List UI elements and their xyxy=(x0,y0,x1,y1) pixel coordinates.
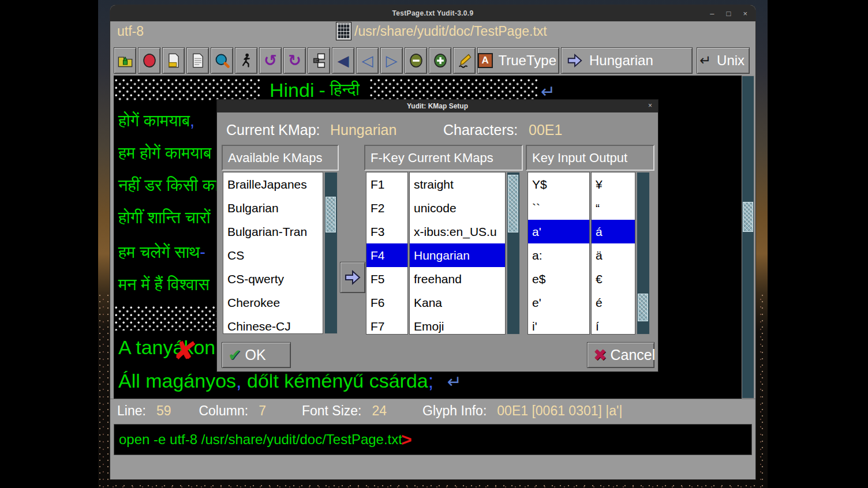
minimize-button[interactable]: – xyxy=(710,10,714,17)
key-output-cell[interactable]: € xyxy=(592,267,635,291)
encoding-label: utf-8 xyxy=(117,24,144,39)
fkey-scrollbar[interactable] xyxy=(507,172,520,335)
run-button[interactable] xyxy=(235,47,257,74)
text-line: होगीं शान्ति चारों xyxy=(118,207,211,229)
return-icon: ↵ xyxy=(699,52,711,69)
kmap-toggle-button[interactable] xyxy=(138,47,160,74)
key-io-scrollbar-thumb[interactable] xyxy=(638,294,648,321)
kmap-arrow-icon xyxy=(566,52,583,69)
fkey-kmap-cell[interactable]: freehand xyxy=(410,267,505,291)
redo-button[interactable]: ↻ xyxy=(283,47,306,74)
text-line: मन में हैं विश्वास xyxy=(118,274,209,296)
minus-oval-icon xyxy=(408,52,424,69)
available-kmaps-list[interactable]: BrailleJapanesBulgarianBulgarian-TranCSC… xyxy=(223,172,323,334)
key-io-scrollbar[interactable] xyxy=(637,172,650,335)
key-output-column[interactable]: ¥“áä€éí xyxy=(591,172,635,335)
font-button-label: TrueType xyxy=(496,52,559,69)
fkey-cell[interactable]: F7 xyxy=(366,314,407,335)
fkey-kmap-cell[interactable]: Kana xyxy=(410,291,505,314)
key-input-cell[interactable]: `` xyxy=(528,196,589,220)
document-button[interactable] xyxy=(186,47,209,74)
key-output-cell[interactable]: á xyxy=(592,220,635,243)
chevron-right-icon: ▷ xyxy=(386,52,398,70)
open-button[interactable] xyxy=(114,47,136,74)
available-kmaps-scrollbar-thumb[interactable] xyxy=(326,197,336,232)
key-input-cell[interactable]: e$ xyxy=(528,267,589,291)
fkey-scrollbar-thumb[interactable] xyxy=(508,175,518,232)
key-input-cell[interactable]: Y$ xyxy=(528,172,589,196)
key-input-cell[interactable]: i' xyxy=(528,314,589,335)
line-value: 59 xyxy=(156,403,171,419)
undo-icon: ↺ xyxy=(264,51,277,70)
close-button[interactable]: × xyxy=(743,10,747,17)
fkey-cell[interactable]: F4 xyxy=(366,243,407,267)
key-output-cell[interactable]: í xyxy=(592,314,635,335)
go-start-button[interactable]: ◀ xyxy=(332,47,354,74)
assign-kmap-button[interactable] xyxy=(340,262,365,293)
fkey-cell[interactable]: F5 xyxy=(366,267,407,291)
key-input-column[interactable]: Y$``a'a:e$e'i' xyxy=(527,172,590,335)
save-button[interactable] xyxy=(162,47,185,74)
lineend-button[interactable]: ↵ Unix xyxy=(697,47,750,74)
editor-scrollbar[interactable] xyxy=(742,76,754,399)
key-input-cell[interactable]: e' xyxy=(528,291,589,314)
next-button[interactable]: ▷ xyxy=(380,47,403,74)
current-kmap-value: Hungarian xyxy=(330,122,396,138)
zoom-in-button[interactable] xyxy=(429,47,451,74)
editor-scrollbar-thumb[interactable] xyxy=(743,202,753,232)
command-line[interactable]: open -e utf-8 /usr/share/yudit/doc/TestP… xyxy=(114,424,752,455)
key-output-cell[interactable]: ¥ xyxy=(592,172,635,196)
chevron-left-icon: ◁ xyxy=(362,52,373,70)
kmap-option[interactable]: CS xyxy=(223,243,323,267)
kmap-button[interactable]: Hungarian xyxy=(561,47,693,74)
text-line: A tanyákon xyxy=(118,336,215,359)
search-button[interactable] xyxy=(211,47,233,74)
kmap-option[interactable]: Bulgarian-Tran xyxy=(223,220,323,243)
key-output-cell[interactable]: “ xyxy=(592,196,635,220)
key-output-cell[interactable]: ä xyxy=(592,243,635,267)
status-bar: Line: 59 Column: 7 Font Size: 24 Glyph I… xyxy=(110,399,755,423)
dialog-close-button[interactable]: × xyxy=(648,102,652,110)
fkey-kmap-cell[interactable]: x-ibus:en_US.u xyxy=(410,220,505,243)
key-io-panel: Key Input Output Y$``a'a:e$e'i' ¥“áä€éí xyxy=(526,145,654,335)
key-io-header: Key Input Output xyxy=(526,145,654,171)
fkey-cell[interactable]: F2 xyxy=(366,196,407,220)
key-input-cell[interactable]: a: xyxy=(528,243,589,267)
freehand-button[interactable] xyxy=(453,47,476,74)
kmap-setup-dialog: Yudit: KMap Setup × Current KMap: Hungar… xyxy=(216,99,659,372)
font-button[interactable]: A TrueType xyxy=(477,47,559,74)
fkey-cell[interactable]: F3 xyxy=(366,220,407,243)
fkey-kmap-column[interactable]: straightunicodex-ibus:en_US.uHungarianfr… xyxy=(409,172,506,335)
key-output-cell[interactable]: é xyxy=(592,291,635,314)
layout-button[interactable] xyxy=(308,47,330,74)
fkey-kmap-cell[interactable]: unicode xyxy=(410,196,505,220)
fkey-cell[interactable]: F1 xyxy=(366,172,407,196)
fkey-key-column[interactable]: F1F2F3F4F5F6F7 xyxy=(366,172,408,335)
pencil-icon xyxy=(457,52,473,69)
key-input-cell[interactable]: a' xyxy=(528,220,589,243)
fkey-kmap-cell[interactable]: Emoji xyxy=(410,314,505,335)
fkey-kmap-cell[interactable]: straight xyxy=(410,172,505,196)
undo-button[interactable]: ↺ xyxy=(259,47,282,74)
fkey-kmap-cell[interactable]: Hungarian xyxy=(410,243,505,267)
ok-button[interactable]: ✔ OK xyxy=(222,342,291,368)
cancel-button[interactable]: ✖ Cancel xyxy=(587,342,654,368)
dialog-titlebar[interactable]: Yudit: KMap Setup × xyxy=(217,100,658,112)
window-titlebar[interactable]: TestPage.txt Yudit-3.0.9 – □ × xyxy=(110,5,755,21)
glyphinfo-value: 00E1 [0061 0301] |a'| xyxy=(497,403,622,419)
section-title-latin: Hindi xyxy=(270,79,314,102)
prev-button[interactable]: ◁ xyxy=(356,47,379,74)
available-kmaps-scrollbar[interactable] xyxy=(324,172,338,334)
kmap-option[interactable]: CS-qwerty xyxy=(223,267,323,291)
window-title: TestPage.txt Yudit-3.0.9 xyxy=(392,9,474,17)
kmap-option[interactable]: BrailleJapanes xyxy=(223,172,323,196)
fkey-cell[interactable]: F6 xyxy=(366,291,407,314)
kmap-option[interactable]: Cherokee xyxy=(223,291,323,314)
kmap-option[interactable]: Bulgarian xyxy=(223,196,323,220)
fkey-kmaps-panel: F-Key Current KMaps F1F2F3F4F5F6F7 strai… xyxy=(364,145,523,335)
zoom-out-button[interactable] xyxy=(405,47,427,74)
maximize-button[interactable]: □ xyxy=(727,10,731,17)
fontsize-label: Font Size: xyxy=(302,403,362,419)
kmap-option[interactable]: Chinese-CJ xyxy=(223,314,323,334)
line-label: Line: xyxy=(117,403,146,419)
